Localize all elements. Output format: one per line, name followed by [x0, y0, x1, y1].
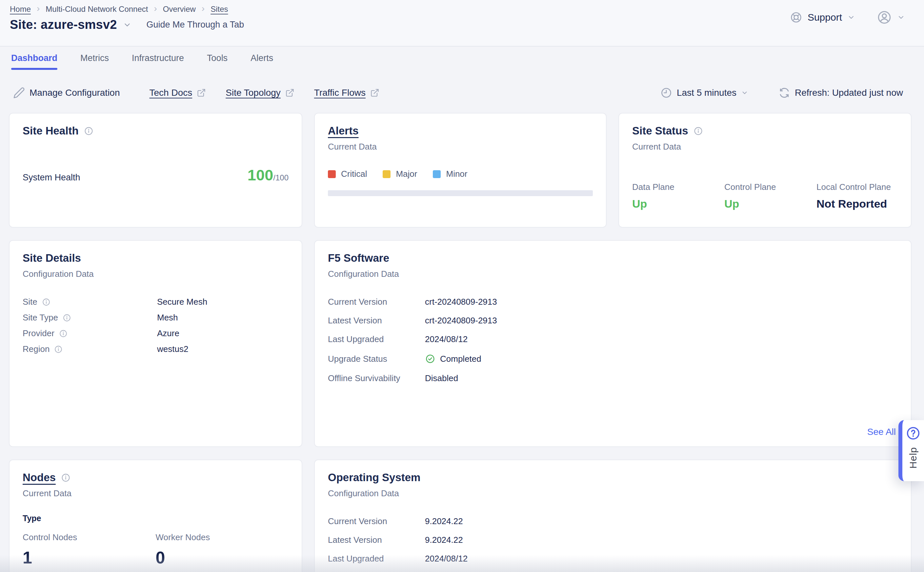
site-status-subtitle: Current Data: [632, 142, 898, 152]
data-plane-value: Up: [632, 197, 724, 210]
chevron-down-icon: [741, 89, 748, 96]
avatar-icon: [877, 10, 892, 25]
tab-tools[interactable]: Tools: [207, 53, 228, 70]
local-control-plane-value: Not Reported: [817, 197, 891, 210]
local-control-plane-status: Local Control Plane Not Reported: [817, 182, 891, 210]
nodes-type-heading: Type: [23, 514, 289, 523]
latest-version-row: Latest Version crt-20240809-2913: [328, 316, 898, 325]
alerts-legend: Critical Major Minor: [328, 169, 593, 179]
operating-system-subtitle: Configuration Data: [328, 488, 898, 499]
site-health-card: Site Health System Health 100 /100: [9, 113, 302, 228]
current-version-row: Current Version crt-20240809-2913: [328, 297, 898, 306]
time-range-dropdown[interactable]: Last 5 minutes: [660, 87, 748, 99]
chevron-down-icon: [847, 14, 855, 21]
f5-software-card: F5 Software Configuration Data Current V…: [314, 240, 912, 447]
control-plane-value: Up: [724, 197, 817, 210]
last-upgraded-row: Last Upgraded 2024/08/12: [328, 335, 898, 344]
clock-icon: [660, 87, 672, 99]
system-health-score: 100: [248, 166, 273, 184]
lifebuoy-icon: [790, 11, 802, 23]
external-link-icon: [197, 88, 206, 97]
chevron-right-icon: ›: [37, 4, 40, 13]
os-latest-version-row: Latest Version 9.2024.22: [328, 536, 898, 544]
chevron-down-icon: [897, 14, 905, 21]
site-health-title: Site Health: [23, 124, 79, 137]
site-selector-chevron-down-icon[interactable]: [123, 21, 132, 29]
minor-swatch: [433, 170, 441, 178]
breadcrumb-sites[interactable]: Sites: [211, 5, 228, 14]
check-circle-icon: [425, 354, 435, 364]
help-tab-label: Help: [908, 447, 919, 469]
dashboard-grid: Site Health System Health 100 /100 Alert…: [0, 113, 924, 572]
worker-nodes-stat: Worker Nodes 0: [156, 532, 289, 567]
alerts-subtitle: Current Data: [328, 142, 593, 152]
tab-alerts[interactable]: Alerts: [250, 53, 273, 70]
info-icon[interactable]: [42, 298, 51, 306]
info-icon[interactable]: [54, 345, 63, 354]
major-swatch: [383, 170, 391, 178]
critical-swatch: [328, 170, 336, 178]
operating-system-card: Operating System Configuration Data Curr…: [314, 460, 912, 572]
site-topology-link[interactable]: Site Topology: [225, 87, 295, 98]
alerts-title-link[interactable]: Alerts: [328, 124, 359, 137]
alerts-stacked-bar: [328, 190, 593, 196]
os-current-version-row: Current Version 9.2024.22: [328, 517, 898, 526]
legend-item-minor: Minor: [433, 169, 467, 179]
manage-configuration-button[interactable]: Manage Configuration: [13, 87, 120, 99]
control-nodes-stat: Control Nodes 1: [23, 532, 156, 567]
control-plane-status: Control Plane Up: [724, 182, 817, 210]
site-details-title: Site Details: [23, 252, 81, 264]
info-icon[interactable]: [694, 126, 703, 136]
traffic-flows-link[interactable]: Traffic Flows: [314, 87, 379, 98]
external-link-icon: [285, 88, 295, 97]
nodes-card: Nodes Current Data Type Control Nodes 1 …: [9, 460, 302, 572]
site-status-card: Site Status Current Data Data Plane Up C…: [618, 113, 912, 228]
legend-item-critical: Critical: [328, 169, 367, 179]
breadcrumb: Home › Multi-Cloud Network Connect › Ove…: [10, 5, 905, 14]
chevron-right-icon: ›: [154, 4, 157, 13]
f5-software-subtitle: Configuration Data: [328, 269, 898, 279]
site-status-title: Site Status: [632, 124, 688, 137]
os-last-upgraded-row: Last Upgraded 2024/08/12: [328, 554, 898, 563]
guide-me-link[interactable]: Guide Me Through a Tab: [147, 20, 244, 30]
operating-system-title: Operating System: [328, 471, 420, 484]
info-icon[interactable]: [59, 329, 68, 338]
pencil-icon: [13, 87, 25, 99]
support-menu[interactable]: Support: [790, 11, 855, 23]
site-type-row: Site Type Mesh: [23, 313, 289, 322]
info-icon[interactable]: [61, 473, 70, 482]
site-details-subtitle: Configuration Data: [23, 269, 289, 279]
control-nodes-count: 1: [23, 548, 156, 567]
refresh-icon: [778, 87, 790, 99]
info-icon[interactable]: [84, 126, 93, 136]
alerts-card: Alerts Current Data Critical Major Minor: [314, 113, 607, 228]
breadcrumb-mcn: Multi-Cloud Network Connect: [46, 5, 148, 14]
refresh-button[interactable]: Refresh: Updated just now: [778, 87, 903, 99]
site-details-card: Site Details Configuration Data Site Sec…: [9, 240, 302, 447]
tab-metrics[interactable]: Metrics: [80, 53, 109, 70]
breadcrumb-home[interactable]: Home: [10, 5, 31, 14]
tab-dashboard[interactable]: Dashboard: [11, 53, 57, 70]
provider-row: Provider Azure: [23, 329, 289, 338]
chevron-right-icon: ›: [202, 4, 205, 13]
breadcrumb-overview: Overview: [163, 5, 196, 14]
tab-bar: Dashboard Metrics Infrastructure Tools A…: [0, 47, 924, 70]
nodes-title-link[interactable]: Nodes: [23, 471, 56, 484]
upgrade-status-row: Upgrade Status Completed: [328, 354, 898, 364]
help-tab[interactable]: Help: [898, 420, 924, 481]
support-label: Support: [808, 12, 842, 23]
tab-infrastructure[interactable]: Infrastructure: [132, 53, 184, 70]
see-all-link[interactable]: See All: [867, 427, 896, 437]
page-title: Site: azure-smsv2: [10, 18, 117, 32]
toolbar: Manage Configuration Tech Docs Site Topo…: [0, 87, 924, 99]
tech-docs-link[interactable]: Tech Docs: [149, 87, 206, 98]
region-row: Region westus2: [23, 345, 289, 354]
offline-survivability-row: Offline Survivability Disabled: [328, 374, 898, 383]
account-menu[interactable]: [877, 10, 905, 25]
external-link-icon: [370, 88, 379, 97]
data-plane-status: Data Plane Up: [632, 182, 724, 210]
system-health-denominator: /100: [273, 173, 289, 182]
legend-item-major: Major: [383, 169, 417, 179]
question-circle-icon: [906, 426, 920, 440]
info-icon[interactable]: [63, 314, 71, 322]
